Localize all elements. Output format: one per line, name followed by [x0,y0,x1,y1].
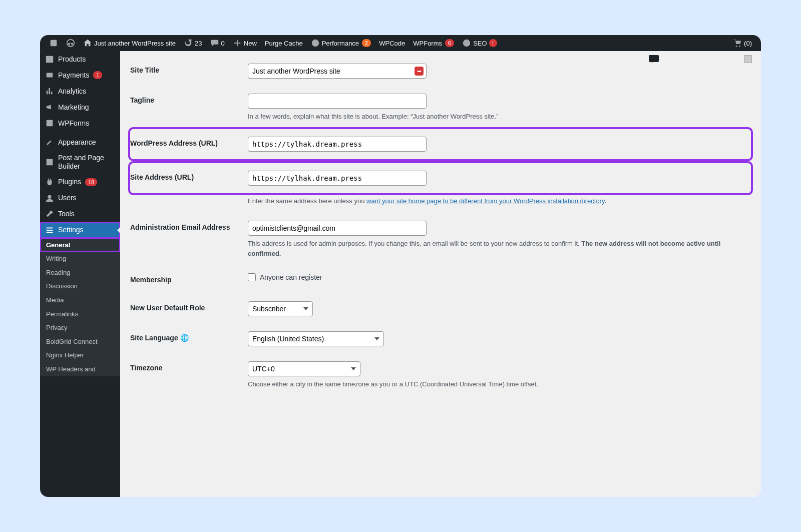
about-icon[interactable] [45,35,62,51]
tagline-input[interactable] [248,94,427,109]
submenu-wpheaders[interactable]: WP Headers and [40,362,120,376]
plug-icon [45,178,54,187]
sidebar-item-wpforms[interactable]: WPForms [40,115,120,131]
avatar[interactable] [744,55,752,63]
refresh-icon [184,39,193,48]
site-title-input[interactable] [248,64,427,79]
membership-checkbox[interactable] [248,273,256,281]
comments-count: 0 [221,40,225,47]
comment-widget-icon[interactable] [649,55,659,62]
cart-count: (0) [744,40,752,47]
sidebar-item-payments[interactable]: Payments1 [40,67,120,83]
new-user-role-label: New User Default Role [130,294,243,324]
submenu-media[interactable]: Media [40,293,120,307]
site-address-label: Site Address (URL) [130,163,243,193]
site-name-text: Just another WordPress site [94,40,176,47]
new-link[interactable]: New [229,35,261,51]
svg-rect-9 [47,159,53,165]
membership-label: Membership [130,266,243,294]
svg-point-10 [48,195,51,198]
svg-rect-7 [47,73,53,78]
comments-link[interactable]: 0 [206,35,229,51]
settings-submenu: General Writing Reading Discussion Media… [40,238,120,376]
performance-badge: 2 [362,39,371,47]
form-icon [45,119,54,128]
svg-point-4 [736,46,737,47]
sidebar-item-tools[interactable]: Tools [40,206,120,222]
wp-address-label: WordPress Address (URL) [130,129,243,159]
payments-badge: 1 [93,71,102,79]
new-label: New [244,40,257,47]
comment-icon [210,39,219,48]
site-title-label: Site Title [130,56,243,86]
submenu-nginx[interactable]: Nginx Helper [40,348,120,362]
new-user-role-select[interactable]: Subscriber [248,301,313,316]
svg-rect-0 [51,40,57,47]
gear-icon [462,39,471,48]
wpforms-badge: 6 [445,39,454,47]
brush-icon [45,138,54,147]
seo-alert-icon: ! [489,39,497,47]
wp-logo-icon[interactable] [62,35,79,51]
calendar-icon [45,55,54,64]
timezone-select[interactable]: UTC+0 [248,361,360,376]
plugins-badge: 18 [85,178,97,186]
sidebar-item-users[interactable]: Users [40,190,120,206]
sliders-icon [45,226,54,235]
sidebar-item-settings[interactable]: Settings [40,222,120,238]
timezone-label: Timezone [130,354,243,397]
submenu-general[interactable]: General [40,238,120,252]
wp-address-input[interactable] [248,137,427,152]
cart-icon [733,39,742,48]
submenu-reading[interactable]: Reading [40,266,120,280]
site-language-label: Site Language🌐 [130,324,243,354]
submenu-writing[interactable]: Writing [40,252,120,266]
submenu-privacy[interactable]: Privacy [40,321,120,335]
user-icon [45,194,54,203]
admin-email-input[interactable] [248,221,427,236]
sidebar-item-post-page-builder[interactable]: Post and Page Builder [40,150,120,174]
admin-sidebar: Products Payments1 Analytics Marketing W… [40,51,120,497]
submenu-permalinks[interactable]: Permalinks [40,307,120,321]
admin-email-description: This address is used for admin purposes.… [248,239,746,258]
wpforms-link[interactable]: WPForms 6 [409,35,458,51]
membership-checkbox-label: Anyone can register [260,273,322,281]
site-address-input[interactable] [248,171,427,186]
sidebar-item-marketing[interactable]: Marketing [40,99,120,115]
bank-icon [45,71,54,80]
gauge-icon [311,39,320,48]
general-settings-form: Site Title ••• Tagline In a few words, e… [130,56,751,397]
site-language-select[interactable]: English (United States) [248,331,384,346]
svg-rect-8 [47,120,53,127]
admin-bar: Just another WordPress site 23 0 New Pur… [40,35,761,51]
seo-link[interactable]: SEO ! [458,35,501,51]
chart-icon [45,87,54,96]
svg-point-5 [739,46,740,47]
sidebar-item-appearance[interactable]: Appearance [40,134,120,150]
submenu-discussion[interactable]: Discussion [40,279,120,293]
translate-icon: 🌐 [180,334,189,342]
wrench-icon [45,210,54,219]
wpcode-link[interactable]: WPCode [375,35,409,51]
sidebar-item-products[interactable]: Products [40,51,120,67]
timezone-description: Choose either a city in the same timezon… [248,379,746,389]
builder-icon [45,158,54,167]
submenu-boldgrid[interactable]: BoldGrid Connect [40,335,120,349]
password-manager-icon[interactable]: ••• [415,67,424,76]
updates-count: 23 [195,40,202,47]
updates-link[interactable]: 23 [180,35,206,51]
content-area: Site Title ••• Tagline In a few words, e… [120,51,761,497]
site-address-help-link[interactable]: want your site home page to be different… [366,197,604,205]
home-icon [83,39,92,48]
site-name-link[interactable]: Just another WordPress site [79,35,180,51]
svg-point-2 [311,40,318,47]
cart-link[interactable]: (0) [729,35,756,51]
sidebar-item-analytics[interactable]: Analytics [40,83,120,99]
plus-icon [233,39,242,48]
site-address-description: Enter the same address here unless you w… [248,196,746,206]
tagline-description: In a few words, explain what this site i… [248,112,746,122]
sidebar-item-plugins[interactable]: Plugins18 [40,174,120,190]
tagline-label: Tagline [130,86,243,129]
purge-cache-link[interactable]: Purge Cache [261,35,307,51]
performance-link[interactable]: Performance 2 [307,35,375,51]
